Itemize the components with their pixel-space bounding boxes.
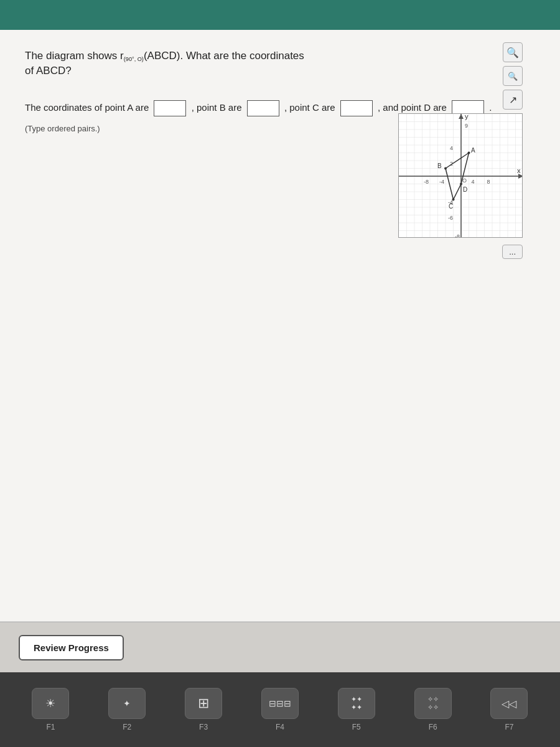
svg-text:D: D (463, 186, 467, 193)
f3-label: F3 (199, 723, 208, 731)
f6-icon[interactable]: ✧✧✧✧ (414, 688, 452, 719)
graph-svg-container: y x -8 -4 4 8 4 2 -4 -6 9 (398, 113, 523, 240)
svg-point-48 (452, 199, 455, 201)
f1-label: F1 (46, 723, 55, 731)
external-link-icon: ↗ (509, 94, 517, 106)
zoom-in-icon: 🔍 (506, 47, 519, 59)
svg-text:-8: -8 (424, 179, 429, 185)
svg-text:-6: -6 (448, 215, 453, 221)
question-title: The diagram shows r(90°, O)(ABCD). What … (25, 49, 348, 78)
f7-icon[interactable]: ◁◁ (490, 688, 528, 719)
zoom-out-button[interactable]: 🔍 (503, 66, 523, 86)
f4-icon[interactable]: ⊟⊟⊟ (261, 688, 299, 719)
f7-label: F7 (505, 723, 513, 731)
svg-text:-4: -4 (439, 179, 444, 185)
key-f5: ✦✦✦✦ F5 (338, 688, 375, 731)
question-main-text2: (ABCD). What are the coordinates (144, 50, 304, 62)
question-panel: The diagram shows r(90°, O)(ABCD). What … (0, 30, 560, 622)
point-c-label: , point C are (284, 102, 335, 113)
external-link-button[interactable]: ↗ (503, 90, 523, 110)
bottom-bar: Review Progress (0, 622, 560, 672)
f1-icon[interactable]: ☀ (32, 688, 69, 719)
point-b-input[interactable] (247, 100, 279, 116)
f2-icon[interactable]: ✦ (108, 688, 146, 719)
content-area: The diagram shows r(90°, O)(ABCD). What … (0, 30, 560, 672)
f3-icon[interactable]: ⊞ (185, 688, 222, 719)
question-main-text3: of ABCD? (25, 65, 72, 77)
svg-text:x: x (517, 167, 521, 174)
key-f7: ◁◁ F7 (490, 688, 528, 731)
key-f2: ✦ F2 (108, 688, 146, 731)
answer-prompt-text: The coordinates of point A are (25, 102, 149, 113)
f4-label: F4 (276, 723, 284, 731)
question-main-text: The diagram shows r (25, 50, 124, 62)
key-f4: ⊟⊟⊟ F4 (261, 688, 299, 731)
key-f1: ☀ F1 (32, 688, 69, 731)
svg-marker-32 (459, 114, 464, 119)
more-options-button[interactable]: ... (502, 245, 523, 259)
svg-text:A: A (471, 147, 475, 154)
svg-point-47 (444, 167, 447, 170)
svg-text:y: y (465, 113, 469, 120)
f5-icon[interactable]: ✦✦✦✦ (338, 688, 375, 719)
svg-text:O: O (462, 177, 467, 184)
zoom-in-button[interactable]: 🔍 (503, 42, 523, 62)
svg-text:4: 4 (471, 179, 474, 185)
svg-text:8: 8 (487, 179, 490, 185)
top-bar (0, 0, 560, 30)
key-f3: ⊞ F3 (185, 688, 222, 731)
svg-text:4: 4 (450, 145, 453, 151)
point-b-label: , point B are (192, 102, 242, 113)
keyboard-bar: ☀ F1 ✦ F2 ⊞ F3 ⊟⊟⊟ F4 ✦✦✦✦ F5 ✧✧✧✧ F6 ◁◁… (0, 672, 560, 747)
coordinate-graph: y x -8 -4 4 8 4 2 -4 -6 9 (398, 113, 523, 238)
point-c-input[interactable] (340, 100, 373, 116)
f5-label: F5 (352, 723, 361, 731)
f6-label: F6 (429, 723, 437, 731)
svg-point-46 (468, 152, 470, 154)
review-progress-button[interactable]: Review Progress (19, 635, 124, 660)
svg-text:B: B (437, 162, 442, 169)
zoom-out-icon: 🔍 (508, 72, 518, 81)
svg-text:-8: -8 (455, 233, 460, 238)
svg-text:9: 9 (465, 123, 468, 129)
point-a-input[interactable] (154, 100, 186, 116)
key-f6: ✧✧✧✧ F6 (414, 688, 452, 731)
graph-container: 🔍 🔍 ↗ (398, 42, 523, 240)
svg-text:C: C (449, 203, 453, 210)
svg-marker-33 (518, 174, 523, 179)
graph-tools: 🔍 🔍 ↗ (503, 42, 523, 110)
question-subscript: (90°, O) (124, 53, 144, 60)
f2-label: F2 (123, 723, 131, 731)
